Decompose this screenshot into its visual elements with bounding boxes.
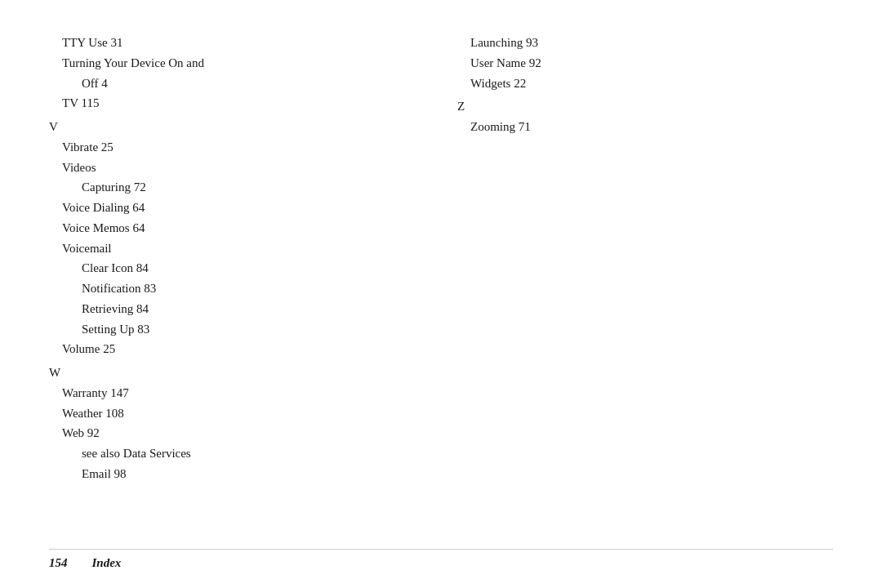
list-item: Vibrate 25 [49, 137, 425, 158]
entry-text: Notification 83 [82, 282, 156, 295]
right-column: Launching 93 User Name 92 Widgets 22 Z Z… [441, 33, 833, 484]
left-column: TTY Use 31 Turning Your Device On and Of… [49, 33, 441, 484]
entry-text: Launching 93 [470, 36, 538, 49]
list-item: Voicemail [49, 238, 425, 259]
entry-text: Zooming 71 [470, 120, 531, 133]
list-item: Setting Up 83 [49, 319, 425, 340]
entry-text: TV 115 [62, 96, 99, 109]
letter-label: Z [457, 100, 465, 113]
list-item: Capturing 72 [49, 177, 425, 198]
entry-text: Voice Dialing 64 [62, 201, 145, 214]
letter-label: V [49, 120, 58, 133]
entry-text: Videos [62, 161, 96, 174]
letter-label: W [49, 366, 60, 379]
entry-text: TTY Use 31 [62, 36, 122, 49]
list-item: Voice Dialing 64 [49, 198, 425, 218]
entry-text: Vibrate 25 [62, 140, 114, 154]
entry-text: Web 92 [62, 426, 100, 439]
footer-page-number: 154 [49, 556, 68, 570]
section-letter-w: W [49, 363, 425, 383]
entry-text: Widgets 22 [470, 77, 526, 90]
list-item: User Name 92 [457, 53, 833, 74]
list-item: Warranty 147 [49, 383, 425, 403]
list-item: Off 4 [49, 74, 425, 94]
entry-text: Turning Your Device On and [62, 56, 204, 69]
entry-text: User Name 92 [470, 56, 541, 69]
section-letter-z: Z [457, 96, 833, 117]
footer-index-label: Index [92, 556, 122, 570]
entry-text: Capturing 72 [82, 180, 146, 194]
list-item: Voice Memos 64 [49, 218, 425, 238]
entry-text: Weather 108 [62, 407, 124, 420]
list-item: Retrieving 84 [49, 299, 425, 319]
list-item: TV 115 [49, 93, 425, 114]
list-item: Clear Icon 84 [49, 258, 425, 278]
entry-text: Off 4 [82, 77, 108, 90]
section-letter-v: V [49, 117, 425, 137]
list-item: Weather 108 [49, 403, 425, 424]
list-item: Launching 93 [457, 33, 833, 53]
list-item: Volume 25 [49, 339, 425, 359]
list-item: Zooming 71 [457, 117, 833, 137]
entry-text: Warranty 147 [62, 386, 129, 399]
content-area: TTY Use 31 Turning Your Device On and Of… [49, 33, 833, 484]
entry-text: Email 98 [82, 467, 127, 480]
entry-text: Voicemail [62, 242, 112, 255]
list-item: Notification 83 [49, 278, 425, 299]
list-item: TTY Use 31 [49, 33, 425, 53]
list-item: Web 92 [49, 423, 425, 443]
entry-text: Retrieving 84 [82, 302, 149, 315]
list-item: Turning Your Device On and [49, 53, 425, 74]
footer: 154 Index [49, 549, 833, 570]
entry-text: Setting Up 83 [82, 323, 149, 336]
list-item: Email 98 [49, 464, 425, 484]
entry-text: Volume 25 [62, 342, 115, 355]
entry-text: Clear Icon 84 [82, 261, 149, 274]
entry-text: Voice Memos 64 [62, 221, 145, 234]
list-item: Widgets 22 [457, 74, 833, 94]
list-item: Videos [49, 158, 425, 178]
entry-text: see also Data Services [82, 447, 191, 460]
list-item: see also Data Services [49, 443, 425, 464]
page-container: TTY Use 31 Turning Your Device On and Of… [0, 0, 882, 588]
